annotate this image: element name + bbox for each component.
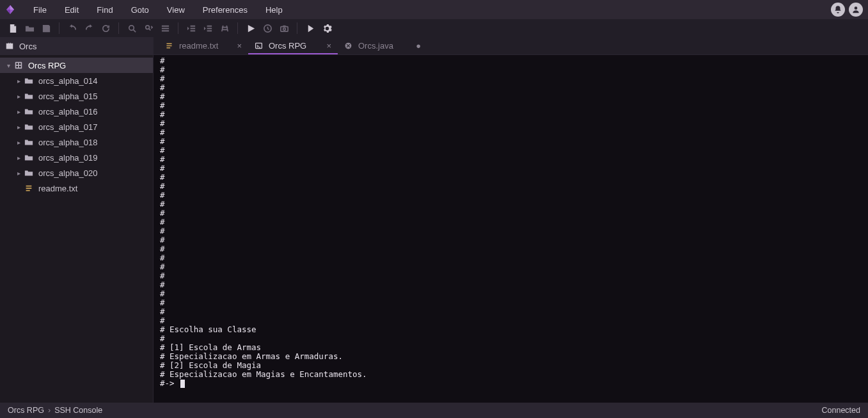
chevron-down-icon: ▾ — [4, 62, 13, 69]
folder-icon — [23, 107, 35, 116]
tree-root-label: Orcs RPG — [28, 61, 66, 70]
tree-folder[interactable]: ▸orcs_alpha_015 — [0, 88, 153, 104]
breadcrumb-view[interactable]: SSH Console — [54, 406, 102, 415]
cursor — [180, 380, 185, 388]
toolbar — [0, 19, 868, 37]
folder-icon — [23, 168, 35, 177]
tree-folder[interactable]: ▸orcs_alpha_016 — [0, 104, 153, 119]
breadcrumb-project[interactable]: Orcs RPG — [8, 406, 44, 415]
refresh-button[interactable] — [98, 20, 113, 36]
tree-folder-label: orcs_alpha_020 — [38, 168, 98, 178]
folder-icon — [23, 76, 35, 85]
outdent-button[interactable] — [184, 20, 199, 36]
svg-rect-7 — [17, 63, 19, 65]
folder-icon — [23, 92, 35, 100]
tab[interactable]: Orcs RPG× — [248, 36, 338, 54]
chevron-right-icon: ▸ — [14, 124, 23, 131]
new-file-button[interactable] — [5, 20, 20, 36]
statusbar: Orcs RPG › SSH Console Connected — [0, 403, 868, 418]
indent-button[interactable] — [200, 20, 216, 36]
chevron-right-icon: ▸ — [14, 154, 23, 161]
file-tree: ▾ Orcs RPG ▸orcs_alpha_014▸orcs_alpha_01… — [0, 55, 153, 403]
chevron-right-icon: ▸ — [14, 77, 23, 84]
search-replace-button[interactable] — [141, 20, 156, 36]
console-output[interactable]: ############################### Escolha … — [154, 55, 868, 403]
menu-view[interactable]: View — [158, 0, 194, 19]
svg-rect-9 — [17, 66, 19, 68]
tree-file-label: readme.txt — [38, 184, 77, 193]
tree-folder[interactable]: ▸orcs_alpha_014 — [0, 73, 153, 88]
tree-folder-label: orcs_alpha_015 — [38, 92, 98, 101]
chevron-right-icon: ▸ — [14, 139, 23, 146]
menu-file[interactable]: File — [24, 0, 56, 19]
tree-folder-label: orcs_alpha_014 — [38, 76, 98, 86]
connection-status: Connected — [822, 406, 860, 415]
folder-icon — [23, 153, 35, 162]
tab[interactable]: readme.txt× — [159, 36, 248, 54]
tab-label: Orcs RPG — [269, 41, 321, 51]
sidebar: Orcs ▾ Orcs RPG ▸orcs_alpha_014▸orcs_alp… — [0, 37, 154, 403]
tab[interactable]: Orcs.java● — [338, 36, 427, 54]
open-file-button[interactable] — [22, 20, 37, 36]
svg-point-1 — [129, 25, 134, 30]
tabbar: readme.txt×Orcs RPG×Orcs.java● — [154, 37, 868, 55]
tree-folder-label: orcs_alpha_019 — [38, 153, 98, 163]
tree-folder[interactable]: ▸orcs_alpha_018 — [0, 134, 153, 150]
svg-point-0 — [855, 6, 858, 10]
chevron-right-icon: ▸ — [14, 170, 23, 177]
tab-label: readme.txt — [179, 41, 232, 51]
text-file-icon — [23, 184, 35, 193]
list-button[interactable] — [157, 20, 173, 36]
tree-folder[interactable]: ▸orcs_alpha_020 — [0, 165, 153, 181]
svg-rect-10 — [19, 66, 21, 68]
svg-rect-6 — [15, 62, 22, 69]
tree-folder-label: orcs_alpha_016 — [38, 107, 98, 117]
tab-close-button[interactable]: × — [237, 41, 242, 51]
folder-icon — [23, 122, 35, 131]
snapshot-button[interactable] — [276, 20, 292, 36]
tab-icon — [255, 42, 264, 50]
history-button[interactable] — [260, 20, 275, 36]
tree-folder[interactable]: ▸orcs_alpha_017 — [0, 119, 153, 134]
tab-close-button[interactable]: ● — [416, 41, 421, 51]
svg-rect-8 — [19, 63, 21, 65]
project-icon — [13, 61, 24, 70]
chevron-right-icon: ▸ — [14, 108, 23, 115]
tab-icon — [165, 42, 174, 50]
tree-folder-label: orcs_alpha_017 — [38, 122, 98, 132]
run-send-button[interactable] — [243, 20, 258, 36]
tab-close-button[interactable]: × — [326, 41, 331, 51]
menu-edit[interactable]: Edit — [56, 0, 88, 19]
tree-file-readme[interactable]: readme.txt — [0, 181, 153, 196]
tab-icon — [344, 42, 353, 50]
account-icon[interactable] — [849, 3, 863, 17]
menu-goto[interactable]: Goto — [122, 0, 158, 19]
tree-folder-label: orcs_alpha_018 — [38, 138, 98, 147]
settings-button[interactable] — [319, 20, 335, 36]
save-button[interactable] — [38, 20, 54, 36]
menu-help[interactable]: Help — [256, 0, 292, 19]
menubar: FileEditFindGotoViewPreferencesHelp — [0, 0, 868, 19]
search-button[interactable] — [124, 20, 139, 36]
editor-area: readme.txt×Orcs RPG×Orcs.java● #########… — [154, 37, 868, 403]
tab-label: Orcs.java — [358, 41, 411, 51]
tree-root[interactable]: ▾ Orcs RPG — [0, 58, 153, 73]
app-logo-icon — [5, 4, 15, 15]
chevron-right-icon: ▸ — [14, 93, 23, 100]
project-header[interactable]: Orcs — [0, 37, 153, 55]
redo-button[interactable] — [81, 20, 97, 36]
project-header-label: Orcs — [19, 42, 36, 51]
play-button[interactable] — [303, 20, 318, 36]
menu-preferences[interactable]: Preferences — [194, 0, 256, 19]
menu-find[interactable]: Find — [88, 0, 122, 19]
tree-folder[interactable]: ▸orcs_alpha_019 — [0, 150, 153, 165]
svg-point-5 — [283, 28, 285, 30]
undo-button[interactable] — [65, 20, 80, 36]
notifications-icon[interactable] — [831, 3, 845, 17]
toggle-comment-button[interactable] — [217, 20, 232, 36]
briefcase-icon — [5, 42, 14, 51]
chevron-right-icon: › — [48, 406, 51, 415]
folder-icon — [23, 138, 35, 147]
